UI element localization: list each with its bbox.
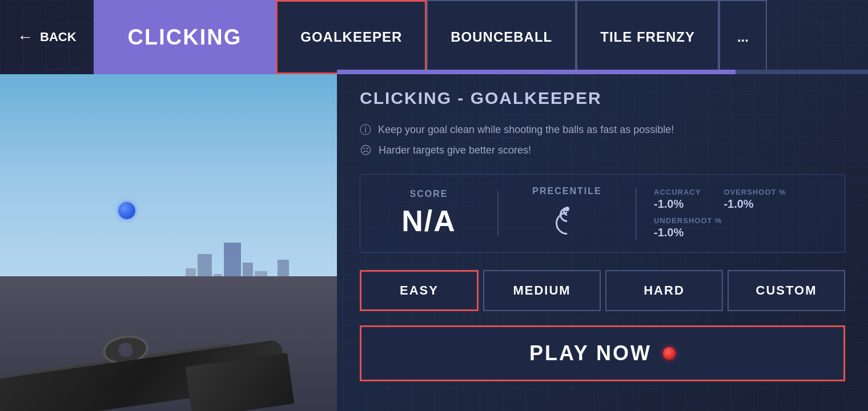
overshoot-stat: OVERSHOOT % -1.0% xyxy=(724,188,786,211)
difficulty-buttons: EASY MEDIUM HARD CUSTOM xyxy=(360,270,845,311)
game-preview xyxy=(0,74,337,411)
overshoot-label: OVERSHOOT % xyxy=(724,188,786,196)
percentile-label: PRECENTILE xyxy=(532,186,601,196)
tab-bounceball[interactable]: BOUNCEBALL xyxy=(427,0,576,74)
tab-bounceball-label: BOUNCEBALL xyxy=(451,29,552,45)
mode-description: ⓘ Keep your goal clean while shooting th… xyxy=(360,122,845,157)
clicking-tab[interactable]: CLICKING xyxy=(94,0,276,74)
difficulty-easy-label: EASY xyxy=(400,283,439,297)
tab-tile-frenzy-label: TILE FRENZY xyxy=(600,29,695,45)
mini-stats: ACCURACY -1.0% OVERSHOOT % -1.0% UNDERSH… xyxy=(636,188,786,239)
back-button[interactable]: ← BACK xyxy=(0,0,94,74)
tab-tile-frenzy[interactable]: TILE FRENZY xyxy=(576,0,719,74)
accuracy-stat: ACCURACY -1.0% xyxy=(654,188,701,211)
undershoot-value: -1.0% xyxy=(654,226,722,239)
target-icon: ☹ xyxy=(360,143,372,157)
difficulty-medium-label: MEDIUM xyxy=(513,283,570,297)
preview-ball xyxy=(118,202,135,219)
tab-more[interactable]: ... xyxy=(719,0,767,74)
mini-stats-row-2: UNDERSHOOT % -1.0% xyxy=(654,216,786,239)
accuracy-label: ACCURACY xyxy=(654,188,701,196)
main-content: CLICKING - GOALKEEPER ⓘ Keep your goal c… xyxy=(0,74,868,411)
desc-text-2: Harder targets give better scores! xyxy=(379,144,531,156)
top-nav: ← BACK CLICKING GOALKEEPER BOUNCEBALL TI… xyxy=(0,0,868,74)
overshoot-value: -1.0% xyxy=(724,198,786,211)
score-label: SCORE xyxy=(410,189,448,199)
stat-divider-1 xyxy=(497,191,499,236)
tab-more-label: ... xyxy=(737,29,749,45)
progress-bar-fill xyxy=(337,70,736,74)
left-panel xyxy=(0,74,337,411)
mini-stats-row-1: ACCURACY -1.0% OVERSHOOT % -1.0% xyxy=(654,188,786,211)
clicking-tab-label: CLICKING xyxy=(128,25,242,50)
back-arrow-icon: ← xyxy=(17,28,33,46)
undershoot-stat: UNDERSHOOT % -1.0% xyxy=(654,216,722,239)
difficulty-hard-label: HARD xyxy=(644,283,685,297)
desc-text-1: Keep your goal clean while shooting the … xyxy=(378,124,674,136)
right-panel: CLICKING - GOALKEEPER ⓘ Keep your goal c… xyxy=(337,74,868,411)
percentile-icon xyxy=(556,201,578,241)
undershoot-label: UNDERSHOOT % xyxy=(654,216,722,225)
accuracy-value: -1.0% xyxy=(654,198,701,211)
difficulty-hard[interactable]: HARD xyxy=(605,270,723,311)
game-mode-tabs: GOALKEEPER BOUNCEBALL TILE FRENZY ... xyxy=(276,0,868,74)
tab-goalkeeper[interactable]: GOALKEEPER xyxy=(276,0,427,74)
tab-goalkeeper-label: GOALKEEPER xyxy=(300,29,402,45)
difficulty-easy[interactable]: EASY xyxy=(360,270,479,311)
difficulty-custom-label: CUSTOM xyxy=(756,283,817,297)
desc-item-2: ☹ Harder targets give better scores! xyxy=(360,143,845,157)
progress-bar xyxy=(337,70,868,74)
app-container: ← BACK CLICKING GOALKEEPER BOUNCEBALL TI… xyxy=(0,0,868,411)
gun-shape xyxy=(0,263,337,411)
play-now-button[interactable]: PLAY NOW xyxy=(360,325,845,381)
play-dot-icon xyxy=(663,347,676,360)
info-icon: ⓘ xyxy=(360,122,371,138)
play-now-label: PLAY NOW xyxy=(529,341,652,365)
mode-title: CLICKING - GOALKEEPER xyxy=(360,88,845,108)
percentile-block: PRECENTILE xyxy=(516,186,618,241)
difficulty-medium[interactable]: MEDIUM xyxy=(483,270,601,311)
score-value: N/A xyxy=(401,204,456,238)
difficulty-custom[interactable]: CUSTOM xyxy=(728,270,845,311)
stats-section: SCORE N/A PRECENTILE xyxy=(360,174,845,253)
back-label: BACK xyxy=(40,30,77,45)
score-block: SCORE N/A xyxy=(377,189,480,238)
preview-gun xyxy=(0,226,337,412)
desc-item-1: ⓘ Keep your goal clean while shooting th… xyxy=(360,122,845,138)
